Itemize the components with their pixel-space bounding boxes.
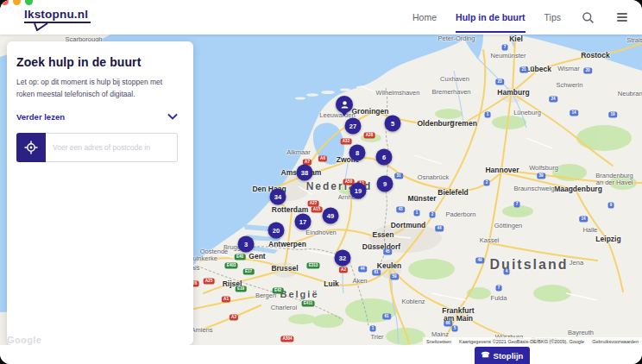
- map-cluster-marker[interactable]: 6: [376, 149, 393, 166]
- app-window: Ikstopnu.nl Home Hulp in de buurt Tips: [0, 0, 642, 364]
- search-icon[interactable]: [580, 0, 595, 35]
- map-cluster-marker[interactable]: 38: [297, 165, 313, 181]
- google-logo[interactable]: Google: [7, 335, 41, 345]
- phone-icon: ☎: [482, 351, 490, 359]
- address-input[interactable]: [46, 133, 178, 162]
- main-nav: Home Hulp in de buurt Tips: [412, 0, 630, 35]
- address-search: [16, 133, 178, 162]
- stoplijn-label: Stoplijn: [494, 351, 524, 361]
- site-logo[interactable]: Ikstopnu.nl: [24, 8, 91, 31]
- keyboard-shortcuts-link[interactable]: Sneltoetsen: [426, 339, 451, 344]
- menu-icon[interactable]: [614, 0, 630, 35]
- minimize-window-icon[interactable]: [13, 0, 21, 5]
- maximize-window-icon[interactable]: [25, 0, 33, 5]
- read-more-row[interactable]: Verder lezen: [16, 112, 178, 122]
- map-cluster-marker[interactable]: 5: [385, 116, 401, 132]
- read-more-link[interactable]: Verder lezen: [16, 112, 65, 122]
- close-window-icon[interactable]: [1, 0, 9, 5]
- map-data-text: Kaartgegevens ©2021 GeoBasis-DE/BKG (©20…: [459, 339, 584, 344]
- window-controls: [1, 0, 33, 5]
- pin-tail: [341, 111, 348, 116]
- map-cluster-marker[interactable]: 34: [270, 189, 286, 205]
- map-canvas[interactable]: NederlandBelgiëDuitslandGroningenAmsterd…: [0, 35, 642, 345]
- stage: Ikstopnu.nl Home Hulp in de buurt Tips: [0, 0, 642, 364]
- header: Ikstopnu.nl Home Hulp in de buurt Tips: [0, 0, 642, 35]
- panel-title: Zoek hulp in de buurt: [16, 55, 178, 69]
- panel-notice: Let op: op dit moment is hulp bij stoppe…: [16, 77, 178, 100]
- search-panel: Zoek hulp in de buurt Let op: op dit mom…: [7, 41, 193, 345]
- map-cluster-marker[interactable]: 3: [238, 236, 255, 253]
- map-cluster-marker[interactable]: 8: [349, 145, 366, 161]
- logo-underline-bubble: [24, 22, 91, 31]
- map-attribution: Sneltoetsen Kaartgegevens ©2021 GeoBasis…: [423, 337, 642, 345]
- footer-bar: ☎ Stoplijn: [0, 345, 642, 364]
- nav-item-tips[interactable]: Tips: [544, 0, 561, 35]
- map-cluster-marker[interactable]: 49: [323, 208, 339, 224]
- pin-balloon: [336, 96, 353, 113]
- map-cluster-marker[interactable]: 19: [350, 183, 367, 199]
- locate-button[interactable]: [16, 133, 46, 162]
- location-pin-marker[interactable]: [336, 96, 353, 116]
- stoplijn-button[interactable]: ☎ Stoplijn: [475, 347, 530, 364]
- target-icon: [24, 141, 38, 154]
- map-cluster-marker[interactable]: 9: [377, 176, 393, 192]
- nav-item-hulp-in-de-buurt[interactable]: Hulp in de buurt: [456, 0, 526, 35]
- nav-item-home[interactable]: Home: [412, 0, 437, 35]
- map-cluster-marker[interactable]: 20: [268, 223, 285, 239]
- site-logo-text: Ikstopnu.nl: [24, 8, 88, 21]
- chevron-down-icon: [167, 114, 178, 120]
- person-icon: [340, 100, 349, 110]
- map-cluster-marker[interactable]: 17: [295, 214, 312, 230]
- terms-link[interactable]: Gebruiksvoorwaarden: [592, 339, 639, 344]
- map-cluster-marker[interactable]: 27: [345, 118, 362, 135]
- map-cluster-marker[interactable]: 32: [335, 250, 351, 267]
